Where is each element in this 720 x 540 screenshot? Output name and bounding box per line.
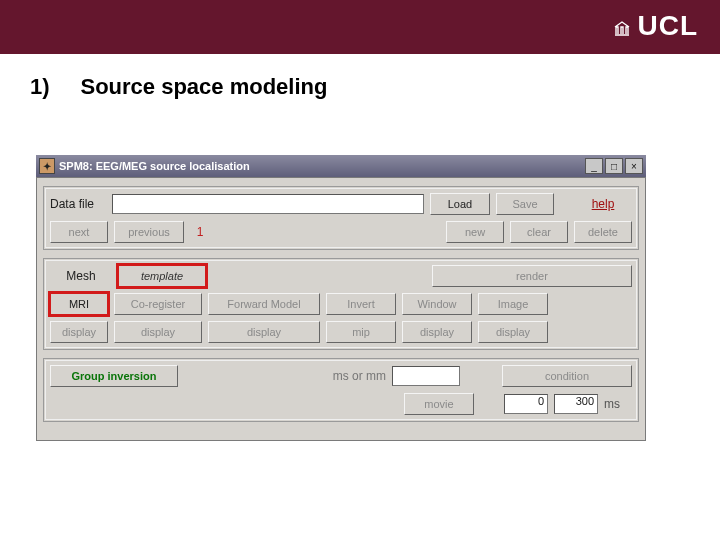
window-controls: _ □ ×: [585, 158, 643, 174]
display2-button[interactable]: display: [114, 321, 202, 343]
display4-button[interactable]: display: [402, 321, 472, 343]
ucl-logo: UCL: [613, 10, 698, 42]
ms-or-mm-label: ms or mm: [333, 369, 386, 383]
display5-button[interactable]: display: [478, 321, 548, 343]
display1-button[interactable]: display: [50, 321, 108, 343]
delete-button[interactable]: delete: [574, 221, 632, 243]
mri-button[interactable]: MRI: [50, 293, 108, 315]
mip-button[interactable]: mip: [326, 321, 396, 343]
window-button[interactable]: Window: [402, 293, 472, 315]
time-unit-label: ms: [604, 397, 632, 411]
image-button[interactable]: Image: [478, 293, 548, 315]
index-value: 1: [190, 225, 210, 239]
display3-button[interactable]: display: [208, 321, 320, 343]
movie-button[interactable]: movie: [404, 393, 474, 415]
time-from-input[interactable]: 0: [504, 394, 548, 414]
portico-icon: [613, 19, 631, 41]
maximize-button[interactable]: □: [605, 158, 623, 174]
previous-button[interactable]: previous: [114, 221, 184, 243]
panel-pipeline: Mesh template render MRI Co-register For…: [43, 258, 639, 350]
help-link[interactable]: help: [574, 197, 632, 211]
load-button[interactable]: Load: [430, 193, 490, 215]
ucl-text: UCL: [637, 10, 698, 41]
close-button[interactable]: ×: [625, 158, 643, 174]
next-button[interactable]: next: [50, 221, 108, 243]
slide-heading: 1) Source space modeling: [0, 54, 720, 100]
time-to-input[interactable]: 300: [554, 394, 598, 414]
clear-button[interactable]: clear: [510, 221, 568, 243]
titlebar: ✦ SPM8: EEG/MEG source localisation _ □ …: [36, 155, 646, 177]
window-body: Data file Load Save help next previous 1…: [36, 177, 646, 441]
mesh-label: Mesh: [50, 269, 112, 283]
app-window: ✦ SPM8: EEG/MEG source localisation _ □ …: [36, 155, 646, 441]
condition-button[interactable]: condition: [502, 365, 632, 387]
minimize-button[interactable]: _: [585, 158, 603, 174]
heading-title: Source space modeling: [80, 74, 327, 99]
window-title: SPM8: EEG/MEG source localisation: [59, 160, 585, 172]
invert-button[interactable]: Invert: [326, 293, 396, 315]
panel-datafile: Data file Load Save help next previous 1…: [43, 186, 639, 250]
slide-topbar: UCL: [0, 0, 720, 54]
app-icon: ✦: [39, 158, 55, 174]
heading-number: 1): [30, 74, 76, 100]
group-inversion-button[interactable]: Group inversion: [50, 365, 178, 387]
datafile-input[interactable]: [112, 194, 424, 214]
panel-footer: Group inversion ms or mm condition movie…: [43, 358, 639, 422]
ms-or-mm-input[interactable]: [392, 366, 460, 386]
coregister-button[interactable]: Co-register: [114, 293, 202, 315]
save-button[interactable]: Save: [496, 193, 554, 215]
render-button[interactable]: render: [432, 265, 632, 287]
new-button[interactable]: new: [446, 221, 504, 243]
datafile-label: Data file: [50, 197, 106, 211]
template-button[interactable]: template: [118, 265, 206, 287]
forward-model-button[interactable]: Forward Model: [208, 293, 320, 315]
